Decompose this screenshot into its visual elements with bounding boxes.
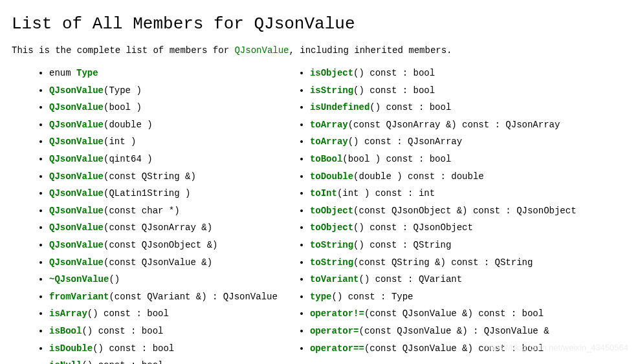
list-item: toArray() const : QJsonArray xyxy=(310,133,577,151)
member-link[interactable]: Type xyxy=(76,68,98,78)
list-item: QJsonValue(const QJsonArray &) xyxy=(49,219,278,237)
member-link[interactable]: toArray xyxy=(310,120,348,130)
member-prefix: enum xyxy=(49,68,76,78)
member-link[interactable]: toInt xyxy=(310,188,337,198)
list-item: toObject(const QJsonObject &) const : QJ… xyxy=(310,202,577,220)
member-link[interactable]: QJsonValue xyxy=(49,206,104,216)
member-suffix: (const char *) xyxy=(104,206,180,216)
list-item: toArray(const QJsonArray &) const : QJso… xyxy=(310,116,577,134)
list-item: type() const : Type xyxy=(310,288,577,306)
member-link[interactable]: toString xyxy=(310,240,353,250)
member-suffix: (const QString &) xyxy=(104,171,196,182)
member-link[interactable]: QJsonValue xyxy=(49,154,104,164)
member-suffix: (const QJsonValue &) : QJsonValue & xyxy=(359,326,549,336)
list-item: enum Type xyxy=(49,65,278,82)
member-suffix: (Type ) xyxy=(104,85,142,96)
intro-link[interactable]: QJsonValue xyxy=(234,45,289,56)
member-list-left: enum TypeQJsonValue(Type )QJsonValue(boo… xyxy=(35,65,278,364)
member-suffix: () const : QJsonArray xyxy=(348,136,462,147)
member-link[interactable]: toString xyxy=(310,257,353,268)
list-item: isDouble() const : bool xyxy=(49,340,278,358)
list-item: toDouble(double ) const : double xyxy=(310,168,577,186)
member-link[interactable]: toVariant xyxy=(310,274,359,284)
member-link[interactable]: toDouble xyxy=(310,171,353,182)
member-link[interactable]: isUndefined xyxy=(310,102,370,112)
list-item: QJsonValue(bool ) xyxy=(49,99,278,116)
member-link[interactable]: operator!= xyxy=(310,308,364,319)
member-suffix: () const : bool xyxy=(353,68,435,78)
list-item: QJsonValue(Type ) xyxy=(49,82,278,100)
member-suffix: (const QJsonObject &) const : QJsonObjec… xyxy=(353,206,576,216)
member-link[interactable]: QJsonValue xyxy=(49,120,104,130)
member-link[interactable]: operator= xyxy=(310,326,359,336)
list-item: isNull() const : bool xyxy=(49,357,278,364)
list-item: operator!=(const QJsonValue &) const : b… xyxy=(310,305,577,323)
right-column: isObject() const : boolisString() const … xyxy=(296,65,577,364)
member-suffix: (const QJsonArray &) xyxy=(104,222,212,233)
member-suffix: (qint64 ) xyxy=(104,154,153,164)
member-link[interactable]: isBool xyxy=(49,326,82,336)
member-link[interactable]: ~QJsonValue xyxy=(49,274,109,284)
member-link[interactable]: isNull xyxy=(49,360,82,364)
member-link[interactable]: QJsonValue xyxy=(49,240,104,250)
member-link[interactable]: QJsonValue xyxy=(49,257,104,268)
list-item: fromVariant(const QVariant &) : QJsonVal… xyxy=(49,288,278,306)
list-item: isBool() const : bool xyxy=(49,323,278,340)
member-suffix: (bool ) const : bool xyxy=(342,154,451,164)
member-suffix: (QLatin1String ) xyxy=(104,188,190,198)
member-link[interactable]: QJsonValue xyxy=(49,102,104,112)
member-link[interactable]: toObject xyxy=(310,222,353,233)
member-suffix: () const : QVariant xyxy=(359,274,463,284)
list-item: toString(const QString &) const : QStrin… xyxy=(310,254,577,272)
list-item: QJsonValue(qint64 ) xyxy=(49,151,278,168)
member-suffix: () const : bool xyxy=(93,343,174,354)
member-link[interactable]: type xyxy=(310,292,332,302)
member-suffix: () const : QString xyxy=(353,240,451,250)
member-link[interactable]: QJsonValue xyxy=(49,171,104,182)
member-suffix: (bool ) xyxy=(104,102,142,112)
list-item: isString() const : bool xyxy=(310,82,577,100)
member-link[interactable]: toBool xyxy=(310,154,342,164)
list-item: ~QJsonValue() xyxy=(49,271,278,288)
member-suffix: (int ) xyxy=(104,136,136,147)
member-suffix: () xyxy=(109,274,120,284)
list-item: isObject() const : bool xyxy=(310,65,577,82)
member-link[interactable]: QJsonValue xyxy=(49,188,104,198)
member-suffix: (const QJsonArray &) const : QJsonArray xyxy=(348,120,560,130)
watermark: https://blog.csdn.net/weixin_43450564 xyxy=(485,343,628,352)
list-item: toString() const : QString xyxy=(310,237,577,254)
member-suffix: (const QString &) const : QString xyxy=(353,257,533,268)
list-item: toVariant() const : QVariant xyxy=(310,271,577,288)
member-suffix: () const : bool xyxy=(87,308,169,319)
member-link[interactable]: isString xyxy=(310,85,353,96)
member-link[interactable]: QJsonValue xyxy=(49,85,104,96)
left-column: enum TypeQJsonValue(Type )QJsonValue(boo… xyxy=(35,65,278,364)
list-item: QJsonValue(QLatin1String ) xyxy=(49,185,278,202)
member-link[interactable]: operator== xyxy=(310,343,364,354)
member-link[interactable]: fromVariant xyxy=(49,292,109,302)
list-item: isUndefined() const : bool xyxy=(310,99,577,116)
member-link[interactable]: QJsonValue xyxy=(49,222,104,233)
list-item: QJsonValue(const QString &) xyxy=(49,168,278,186)
member-suffix: (double ) xyxy=(104,120,153,130)
member-link[interactable]: QJsonValue xyxy=(49,136,104,147)
member-suffix: () const : bool xyxy=(82,326,163,336)
member-link[interactable]: toObject xyxy=(310,206,353,216)
member-columns: enum TypeQJsonValue(Type )QJsonValue(boo… xyxy=(35,65,628,364)
member-suffix: () const : bool xyxy=(353,85,435,96)
member-link[interactable]: isDouble xyxy=(49,343,93,354)
member-suffix: (double ) const : double xyxy=(353,171,484,182)
member-list-right: isObject() const : boolisString() const … xyxy=(296,65,577,357)
list-item: QJsonValue(const QJsonValue &) xyxy=(49,254,278,272)
list-item: QJsonValue(int ) xyxy=(49,133,278,151)
list-item: toObject() const : QJsonObject xyxy=(310,219,577,237)
member-suffix: () const : bool xyxy=(370,102,451,112)
page-title: List of All Members for QJsonValue xyxy=(12,14,628,34)
member-suffix: (int ) const : int xyxy=(337,188,435,198)
member-link[interactable]: isObject xyxy=(310,68,353,78)
member-link[interactable]: toArray xyxy=(310,136,348,147)
member-suffix: () const : Type xyxy=(331,292,413,302)
member-link[interactable]: isArray xyxy=(49,308,87,319)
list-item: QJsonValue(const QJsonObject &) xyxy=(49,237,278,254)
member-suffix: (const QJsonValue &) const : bool xyxy=(364,308,544,319)
